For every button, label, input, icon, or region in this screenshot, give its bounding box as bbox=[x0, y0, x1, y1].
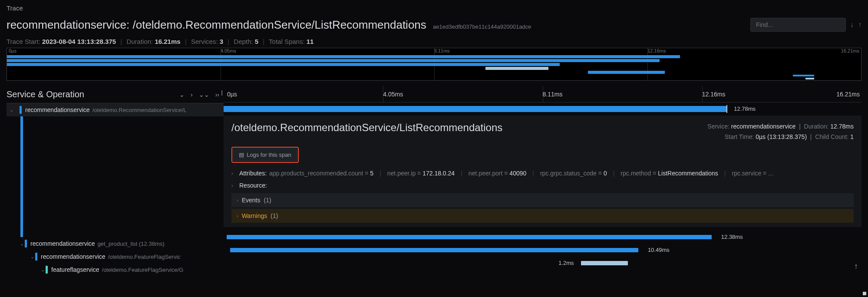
span-duration: 10.49ms bbox=[648, 247, 670, 253]
timeline-tick: 8.11ms bbox=[543, 91, 563, 98]
trace-minimap[interactable]: 0µs 4.05ms 8.11ms 12.16ms 16.21ms bbox=[7, 48, 861, 81]
minimap-span bbox=[7, 55, 680, 58]
minimap-span bbox=[793, 75, 814, 76]
timeline-tick: 0µs bbox=[227, 91, 237, 98]
resource-row[interactable]: › Resource: bbox=[231, 179, 854, 191]
minimap-span bbox=[485, 67, 549, 70]
chevron-down-icon[interactable]: ⌄ bbox=[19, 241, 25, 247]
trace-meta: Trace Start: 2023-08-04 13:13:28.375 | D… bbox=[7, 38, 861, 45]
trace-id: ae1ed3edfb037be11c144a920001adce bbox=[433, 23, 531, 30]
timeline-tick: 4.05ms bbox=[383, 91, 403, 98]
events-section[interactable]: › Events (1) bbox=[231, 193, 854, 207]
minimap-tick: 12.16ms bbox=[647, 48, 666, 53]
trace-header: recommendationservice: /oteldemo.Recomme… bbox=[7, 18, 861, 32]
minimap-span bbox=[7, 59, 660, 62]
trace-title: recommendationservice: /oteldemo.Recomme… bbox=[7, 18, 429, 31]
find-next-icon[interactable]: ↓ bbox=[850, 21, 854, 29]
span-bar-row[interactable]: 1.2ms bbox=[224, 257, 861, 270]
span-tree-row[interactable]: ⌄ featureflagservice /oteldemo.FeatureFl… bbox=[7, 263, 224, 276]
minimap-tick: 8.11ms bbox=[434, 48, 450, 53]
find-prev-icon[interactable]: ↑ bbox=[858, 21, 861, 29]
minimap-span bbox=[588, 71, 665, 74]
chevron-down-icon[interactable]: ⌄ bbox=[29, 254, 35, 260]
find-input[interactable] bbox=[750, 18, 846, 32]
chevron-right-icon[interactable]: › bbox=[237, 198, 238, 203]
chevron-down-icon[interactable]: ⌄ bbox=[8, 107, 14, 113]
chevron-down-icon[interactable]: ⌄ bbox=[40, 267, 46, 273]
minimap-span bbox=[805, 78, 814, 79]
minimap-tick: 0µs bbox=[9, 48, 17, 53]
span-tree-row[interactable]: ⌄ recommendationservice /oteldemo.Featur… bbox=[7, 250, 224, 263]
expand-one-icon[interactable]: › bbox=[191, 91, 193, 98]
span-duration: 12.38ms bbox=[721, 234, 743, 240]
span-bar-row[interactable]: 10.49ms bbox=[224, 244, 861, 257]
span-detail-panel: /oteldemo.RecommendationService/ListReco… bbox=[224, 116, 861, 227]
expand-all-icon[interactable]: ›› bbox=[215, 91, 219, 98]
resize-grip-icon[interactable] bbox=[863, 292, 866, 295]
span-detail-title: /oteldemo.RecommendationService/ListReco… bbox=[231, 122, 502, 134]
scroll-up-icon[interactable]: ↑ bbox=[854, 262, 858, 271]
logs-for-span-button[interactable]: ▤ Logs for this span bbox=[233, 148, 297, 161]
span-duration: 12.78ms bbox=[734, 106, 756, 112]
service-operation-header: Service & Operation bbox=[7, 89, 84, 99]
minimap-tick: 16.21ms bbox=[841, 48, 859, 53]
minimap-span bbox=[7, 63, 560, 66]
span-tree-row[interactable]: ⌄ recommendationservice get_product_list… bbox=[7, 237, 224, 250]
span-bar-row[interactable]: 12.78ms bbox=[224, 102, 861, 116]
warnings-section[interactable]: › Warnings (1) bbox=[231, 209, 854, 223]
page-label: Trace bbox=[7, 4, 861, 12]
collapse-one-icon[interactable]: ⌄⌄ bbox=[199, 91, 209, 98]
span-bar-row[interactable]: 12.38ms bbox=[224, 231, 861, 244]
minimap-tick: 4.05ms bbox=[221, 48, 236, 53]
selected-span-marker bbox=[20, 116, 23, 237]
chevron-right-icon[interactable]: › bbox=[237, 213, 238, 218]
span-duration: 1.2ms bbox=[558, 260, 574, 266]
timeline-tick: 12.16ms bbox=[702, 91, 726, 98]
collapse-all-icon[interactable]: ⌄ bbox=[179, 91, 185, 98]
timeline-tick: 16.21ms bbox=[836, 91, 860, 98]
chevron-right-icon[interactable]: › bbox=[231, 171, 237, 176]
chevron-right-icon[interactable]: › bbox=[231, 183, 237, 188]
timeline-header: || 0µs 4.05ms 8.11ms 12.16ms 16.21ms bbox=[224, 86, 861, 102]
pane-resize-handle[interactable]: || bbox=[221, 89, 222, 96]
span-tree-row[interactable]: ⌄ recommendationservice /oteldemo.Recomm… bbox=[7, 103, 224, 116]
attributes-row[interactable]: › Attributes: app.products_recommended.c… bbox=[231, 167, 854, 179]
highlight-annotation: ▤ Logs for this span bbox=[231, 147, 299, 163]
logs-icon: ▤ bbox=[239, 152, 244, 158]
